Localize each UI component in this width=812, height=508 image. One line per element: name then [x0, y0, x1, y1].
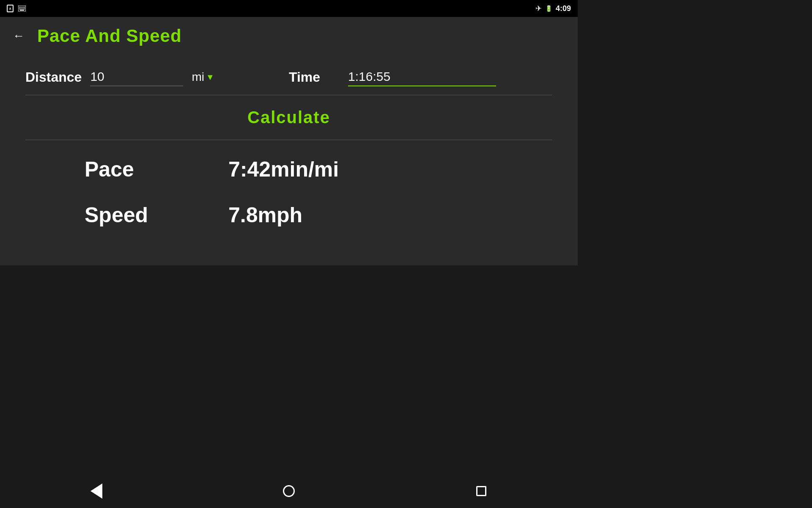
input-section: Distance mi ▼ Time [25, 55, 552, 95]
calculate-button[interactable]: Calculate [247, 108, 330, 127]
svg-rect-4 [23, 7, 24, 8]
svg-rect-1 [19, 7, 20, 8]
status-bar-right: ✈ 🔋 4:09 [535, 4, 571, 13]
time-input[interactable] [348, 68, 496, 86]
svg-rect-7 [20, 8, 21, 9]
svg-rect-6 [19, 8, 20, 9]
status-bar-left: A [7, 4, 26, 13]
app-header: ← Pace And Speed [0, 17, 578, 55]
svg-rect-11 [20, 10, 24, 11]
keyboard-icon [18, 4, 26, 13]
dropdown-arrow-icon: ▼ [206, 72, 214, 82]
speed-label: Speed [85, 203, 203, 227]
distance-input[interactable] [90, 68, 183, 86]
svg-rect-5 [24, 7, 25, 8]
pace-row: Pace 7:42min/mi [85, 157, 552, 182]
pace-value: 7:42min/mi [228, 157, 339, 182]
time-display: 4:09 [556, 4, 571, 13]
unit-value: mi [192, 70, 204, 84]
time-label: Time [289, 69, 340, 85]
unit-selector[interactable]: mi ▼ [192, 70, 214, 84]
distance-group: Distance mi ▼ [25, 68, 289, 86]
status-bar: A ✈ 🔋 4:09 [0, 0, 578, 17]
battery-icon: 🔋 [545, 5, 552, 12]
speed-row: Speed 7.8mph [85, 203, 552, 227]
calculate-section: Calculate [25, 95, 552, 140]
main-content: Distance mi ▼ Time Calculate [0, 55, 578, 140]
speed-value: 7.8mph [228, 203, 302, 227]
svg-rect-10 [24, 8, 25, 9]
page-title: Pace And Speed [37, 26, 182, 46]
sim-icon: A [7, 5, 14, 12]
svg-rect-2 [20, 7, 21, 8]
svg-rect-8 [22, 8, 22, 9]
back-button[interactable]: ← [13, 29, 25, 43]
svg-rect-3 [22, 7, 22, 8]
airplane-icon: ✈ [535, 4, 542, 13]
time-group: Time [289, 68, 552, 86]
pace-label: Pace [85, 157, 203, 182]
svg-rect-9 [23, 8, 24, 9]
results-section: Pace 7:42min/mi Speed 7.8mph [0, 140, 578, 265]
distance-label: Distance [25, 69, 82, 85]
